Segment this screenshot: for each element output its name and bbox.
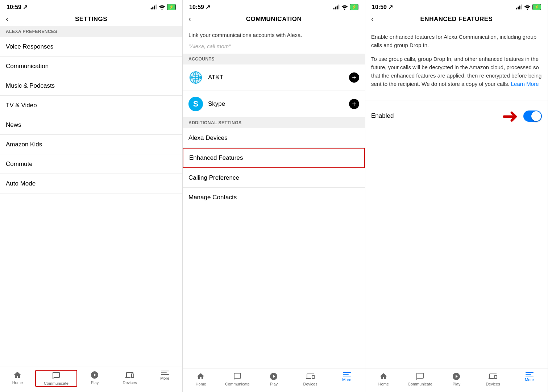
amazon-kids-item[interactable]: Amazon Kids <box>0 135 182 154</box>
skype-item[interactable]: S Skype + <box>183 91 365 117</box>
status-icons-1: ⚡ <box>150 4 176 11</box>
tab-play-2[interactable]: Play <box>256 371 292 387</box>
svg-rect-15 <box>518 7 519 9</box>
tab-play-label-3: Play <box>453 382 460 386</box>
tab-home-3[interactable]: Home <box>365 371 402 387</box>
tab-home-label-2: Home <box>196 382 206 386</box>
status-icons-2: ⚡ <box>333 4 358 11</box>
att-item[interactable]: AT&T + <box>183 64 365 91</box>
tab-home-1[interactable]: Home <box>0 370 35 387</box>
voice-responses-item[interactable]: Voice Responses <box>0 37 182 57</box>
enhanced-features-panel: 10:59 ↗ ⚡ ‹ ENHANCED FEATURES Enable enh… <box>365 0 548 392</box>
tab-more-label-3: More <box>525 378 534 382</box>
tab-communicate-label-2: Communicate <box>225 382 250 386</box>
tab-more-3[interactable]: More <box>511 371 548 387</box>
commute-item[interactable]: Commute <box>0 154 182 174</box>
svg-rect-0 <box>151 8 152 9</box>
tv-video-item[interactable]: TV & Video <box>0 96 182 115</box>
signal-icon-1 <box>150 4 157 11</box>
tab-home-label-3: Home <box>378 382 389 386</box>
svg-rect-1 <box>152 7 153 9</box>
communicate-icon-1 <box>52 371 61 380</box>
alexa-devices-item[interactable]: Alexa Devices <box>183 128 365 148</box>
tv-video-label: TV & Video <box>6 102 37 109</box>
enhanced-description: Enable enhanced features for Alexa Commu… <box>365 26 548 100</box>
tab-play-label-1: Play <box>91 380 99 385</box>
communication-label: Communication <box>6 63 49 70</box>
communicate-icon-2 <box>233 372 242 381</box>
svg-rect-14 <box>516 8 517 9</box>
nav-header-3: ‹ ENHANCED FEATURES <box>365 13 548 26</box>
att-label: AT&T <box>208 74 223 81</box>
back-button-3[interactable]: ‹ <box>371 14 374 24</box>
calling-preference-item[interactable]: Calling Preference <box>183 168 365 188</box>
news-item[interactable]: News <box>0 115 182 135</box>
battery-icon-2: ⚡ <box>350 4 358 10</box>
comm-description: Link your communications accounts with A… <box>183 26 365 42</box>
tab-devices-label-3: Devices <box>486 382 500 386</box>
manage-contacts-item[interactable]: Manage Contacts <box>183 188 365 207</box>
alexa-devices-label: Alexa Devices <box>188 134 228 142</box>
svg-rect-7 <box>338 4 339 9</box>
paragraph-2: To use group calls, group Drop In, and o… <box>371 55 542 88</box>
additional-settings-header: ADDITIONAL SETTINGS <box>183 117 365 128</box>
enhanced-features-label: Enhanced Features <box>189 154 243 162</box>
wifi-icon-2 <box>341 4 348 11</box>
home-icon-1 <box>13 371 22 379</box>
tab-more-2[interactable]: More <box>328 371 365 387</box>
tab-more-1[interactable]: More <box>147 370 182 387</box>
tab-communicate-label-3: Communicate <box>408 382 432 386</box>
communication-item[interactable]: Communication <box>0 57 182 76</box>
enhanced-features-item[interactable]: Enhanced Features <box>183 148 365 168</box>
enabled-toggle[interactable] <box>523 110 542 122</box>
home-icon-3 <box>379 372 388 381</box>
tab-more-label-2: More <box>342 378 351 382</box>
tab-bar-1: Home Communicate Play Devices More <box>0 367 182 392</box>
svg-rect-3 <box>155 4 157 9</box>
devices-icon-3 <box>489 372 497 381</box>
status-bar-2: 10:59 ↗ ⚡ <box>183 0 365 13</box>
status-time-1: 10:59 ↗ <box>7 4 28 11</box>
nav-header-2: ‹ COMMUNICATION <box>183 13 365 26</box>
commute-label: Commute <box>6 160 33 168</box>
enhanced-features-title: ENHANCED FEATURES <box>420 16 493 23</box>
music-podcasts-item[interactable]: Music & Podcasts <box>0 76 182 96</box>
enabled-label: Enabled <box>371 112 499 120</box>
more-icon-1 <box>161 371 169 375</box>
back-button-2[interactable]: ‹ <box>188 14 191 24</box>
status-time-3: 10:59 ↗ <box>372 4 393 11</box>
skype-add-button[interactable]: + <box>349 99 359 109</box>
tab-play-label-2: Play <box>270 382 278 386</box>
svg-rect-6 <box>337 5 338 9</box>
back-button-1[interactable]: ‹ <box>6 14 8 24</box>
communication-title: COMMUNICATION <box>246 16 302 23</box>
tab-communicate-1[interactable]: Communicate <box>35 370 78 387</box>
play-icon-1 <box>90 371 99 379</box>
music-podcasts-label: Music & Podcasts <box>6 82 55 89</box>
voice-responses-label: Voice Responses <box>6 43 53 50</box>
tab-bar-2: Home Communicate Play Devices More <box>183 368 365 392</box>
tab-bar-3: Home Communicate Play Devices More <box>365 368 548 392</box>
tab-home-label-1: Home <box>12 380 23 385</box>
nav-header-1: ‹ SETTINGS <box>0 13 182 26</box>
tab-devices-1[interactable]: Devices <box>112 370 148 387</box>
auto-mode-item[interactable]: Auto Mode <box>0 174 182 193</box>
communicate-icon-3 <box>416 372 424 381</box>
status-time-2: 10:59 ↗ <box>189 4 210 11</box>
settings-scroll: ALEXA PREFERENCES Voice Responses Commun… <box>0 26 182 367</box>
tab-communicate-3[interactable]: Communicate <box>402 371 439 387</box>
settings-panel: 10:59 ↗ ⚡ ‹ SETTINGS ALEXA PREFERENCES V… <box>0 0 183 392</box>
signal-icon-3 <box>516 4 522 11</box>
status-bar-3: 10:59 ↗ ⚡ <box>365 0 548 13</box>
att-add-button[interactable]: + <box>349 72 359 83</box>
tab-devices-3[interactable]: Devices <box>475 371 511 387</box>
status-icons-3: ⚡ <box>516 4 541 11</box>
learn-more-link[interactable]: Learn More <box>511 81 539 87</box>
tab-play-1[interactable]: Play <box>77 370 112 387</box>
tab-home-2[interactable]: Home <box>183 371 219 387</box>
svg-rect-2 <box>154 5 155 9</box>
tab-devices-2[interactable]: Devices <box>292 371 329 387</box>
tab-play-3[interactable]: Play <box>438 371 475 387</box>
tab-communicate-2[interactable]: Communicate <box>219 371 256 387</box>
skype-icon: S <box>188 97 203 111</box>
